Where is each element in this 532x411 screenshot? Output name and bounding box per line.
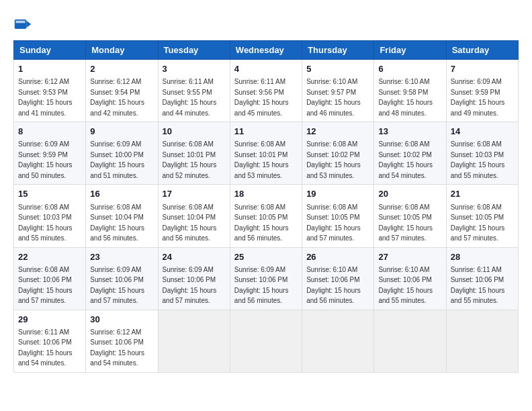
- weekday-header: Saturday: [446, 41, 518, 60]
- day-info: Sunrise: 6:10 AMSunset: 9:57 PMDaylight:…: [306, 78, 361, 117]
- day-info: Sunrise: 6:11 AMSunset: 10:06 PMDaylight…: [451, 266, 505, 305]
- day-number: 26: [306, 251, 369, 263]
- day-number: 16: [90, 188, 153, 200]
- calendar-cell: 15 Sunrise: 6:08 AMSunset: 10:03 PMDayli…: [14, 185, 86, 247]
- calendar-cell: [374, 310, 446, 372]
- day-number: 8: [18, 126, 81, 138]
- day-info: Sunrise: 6:11 AMSunset: 10:06 PMDaylight…: [18, 328, 73, 367]
- day-number: 30: [90, 314, 153, 326]
- day-number: 25: [234, 251, 298, 263]
- calendar-body: 1 Sunrise: 6:12 AMSunset: 9:53 PMDayligh…: [14, 60, 519, 373]
- day-info: Sunrise: 6:08 AMSunset: 10:06 PMDaylight…: [18, 266, 73, 305]
- day-number: 18: [234, 188, 298, 200]
- day-number: 13: [378, 126, 441, 138]
- calendar-header-row: SundayMondayTuesdayWednesdayThursdayFrid…: [14, 41, 519, 60]
- calendar-cell: 6 Sunrise: 6:10 AMSunset: 9:58 PMDayligh…: [374, 60, 446, 122]
- calendar-cell: 28 Sunrise: 6:11 AMSunset: 10:06 PMDayli…: [446, 247, 518, 310]
- day-info: Sunrise: 6:12 AMSunset: 10:06 PMDaylight…: [90, 328, 144, 367]
- day-info: Sunrise: 6:08 AMSunset: 10:02 PMDaylight…: [306, 140, 361, 179]
- calendar-week-row: 29 Sunrise: 6:11 AMSunset: 10:06 PMDayli…: [14, 310, 519, 372]
- logo-icon: [13, 15, 32, 34]
- day-number: 10: [163, 126, 226, 138]
- day-number: 6: [378, 63, 441, 75]
- day-info: Sunrise: 6:10 AMSunset: 9:58 PMDaylight:…: [378, 78, 433, 117]
- day-info: Sunrise: 6:08 AMSunset: 10:01 PMDaylight…: [234, 140, 289, 179]
- day-number: 12: [306, 126, 369, 138]
- calendar-cell: 25 Sunrise: 6:09 AMSunset: 10:06 PMDayli…: [230, 247, 302, 310]
- calendar-week-row: 22 Sunrise: 6:08 AMSunset: 10:06 PMDayli…: [14, 247, 519, 310]
- calendar-cell: 3 Sunrise: 6:11 AMSunset: 9:55 PMDayligh…: [158, 60, 230, 122]
- day-number: 27: [378, 251, 441, 263]
- calendar-cell: 5 Sunrise: 6:10 AMSunset: 9:57 PMDayligh…: [302, 60, 374, 122]
- calendar-cell: 12 Sunrise: 6:08 AMSunset: 10:02 PMDayli…: [302, 122, 374, 185]
- weekday-header: Wednesday: [230, 41, 302, 60]
- calendar-cell: 29 Sunrise: 6:11 AMSunset: 10:06 PMDayli…: [14, 310, 86, 372]
- day-info: Sunrise: 6:08 AMSunset: 10:05 PMDaylight…: [306, 203, 361, 242]
- logo: [13, 13, 35, 34]
- day-info: Sunrise: 6:08 AMSunset: 10:05 PMDaylight…: [234, 203, 289, 242]
- calendar-cell: 22 Sunrise: 6:08 AMSunset: 10:06 PMDayli…: [14, 247, 86, 310]
- weekday-header: Monday: [86, 41, 158, 60]
- calendar-table: SundayMondayTuesdayWednesdayThursdayFrid…: [13, 40, 519, 373]
- svg-rect-2: [16, 21, 26, 24]
- day-info: Sunrise: 6:09 AMSunset: 10:06 PMDaylight…: [163, 266, 217, 305]
- day-info: Sunrise: 6:08 AMSunset: 10:04 PMDaylight…: [163, 203, 217, 242]
- calendar-cell: 20 Sunrise: 6:08 AMSunset: 10:05 PMDayli…: [374, 185, 446, 247]
- calendar-week-row: 1 Sunrise: 6:12 AMSunset: 9:53 PMDayligh…: [14, 60, 519, 122]
- weekday-header: Thursday: [302, 41, 374, 60]
- calendar-cell: 7 Sunrise: 6:09 AMSunset: 9:59 PMDayligh…: [446, 60, 518, 122]
- calendar-cell: 8 Sunrise: 6:09 AMSunset: 9:59 PMDayligh…: [14, 122, 86, 185]
- day-number: 5: [306, 63, 369, 75]
- calendar-cell: 13 Sunrise: 6:08 AMSunset: 10:02 PMDayli…: [374, 122, 446, 185]
- day-number: 17: [163, 188, 226, 200]
- day-number: 9: [90, 126, 153, 138]
- day-number: 22: [18, 251, 81, 263]
- calendar-cell: 14 Sunrise: 6:08 AMSunset: 10:03 PMDayli…: [446, 122, 518, 185]
- day-number: 2: [90, 63, 153, 75]
- day-number: 4: [234, 63, 298, 75]
- day-info: Sunrise: 6:11 AMSunset: 9:55 PMDaylight:…: [163, 78, 217, 117]
- day-info: Sunrise: 6:08 AMSunset: 10:05 PMDaylight…: [378, 203, 433, 242]
- day-number: 3: [163, 63, 226, 75]
- day-info: Sunrise: 6:12 AMSunset: 9:54 PMDaylight:…: [90, 78, 144, 117]
- calendar-cell: 27 Sunrise: 6:10 AMSunset: 10:06 PMDayli…: [374, 247, 446, 310]
- day-info: Sunrise: 6:10 AMSunset: 10:06 PMDaylight…: [306, 266, 361, 305]
- calendar-cell: 18 Sunrise: 6:08 AMSunset: 10:05 PMDayli…: [230, 185, 302, 247]
- day-number: 28: [451, 251, 514, 263]
- weekday-header: Sunday: [14, 41, 86, 60]
- calendar-cell: 19 Sunrise: 6:08 AMSunset: 10:05 PMDayli…: [302, 185, 374, 247]
- day-info: Sunrise: 6:08 AMSunset: 10:05 PMDaylight…: [451, 203, 505, 242]
- day-info: Sunrise: 6:10 AMSunset: 10:06 PMDaylight…: [378, 266, 433, 305]
- weekday-header: Friday: [374, 41, 446, 60]
- day-number: 7: [451, 63, 514, 75]
- day-number: 21: [451, 188, 514, 200]
- calendar-cell: 17 Sunrise: 6:08 AMSunset: 10:04 PMDayli…: [158, 185, 230, 247]
- day-info: Sunrise: 6:12 AMSunset: 9:53 PMDaylight:…: [18, 78, 73, 117]
- calendar-cell: 11 Sunrise: 6:08 AMSunset: 10:01 PMDayli…: [230, 122, 302, 185]
- day-info: Sunrise: 6:09 AMSunset: 10:06 PMDaylight…: [90, 266, 144, 305]
- day-number: 24: [163, 251, 226, 263]
- day-info: Sunrise: 6:08 AMSunset: 10:03 PMDaylight…: [18, 203, 73, 242]
- page-header: [13, 13, 519, 34]
- day-number: 11: [234, 126, 298, 138]
- calendar-cell: 24 Sunrise: 6:09 AMSunset: 10:06 PMDayli…: [158, 247, 230, 310]
- day-info: Sunrise: 6:09 AMSunset: 10:00 PMDaylight…: [90, 140, 144, 179]
- calendar-week-row: 8 Sunrise: 6:09 AMSunset: 9:59 PMDayligh…: [14, 122, 519, 185]
- day-info: Sunrise: 6:08 AMSunset: 10:04 PMDaylight…: [90, 203, 144, 242]
- calendar-cell: 10 Sunrise: 6:08 AMSunset: 10:01 PMDayli…: [158, 122, 230, 185]
- day-number: 1: [18, 63, 81, 75]
- calendar-cell: 9 Sunrise: 6:09 AMSunset: 10:00 PMDaylig…: [86, 122, 158, 185]
- calendar-cell: 16 Sunrise: 6:08 AMSunset: 10:04 PMDayli…: [86, 185, 158, 247]
- calendar-cell: 26 Sunrise: 6:10 AMSunset: 10:06 PMDayli…: [302, 247, 374, 310]
- day-info: Sunrise: 6:11 AMSunset: 9:56 PMDaylight:…: [234, 78, 289, 117]
- day-info: Sunrise: 6:09 AMSunset: 9:59 PMDaylight:…: [451, 78, 505, 117]
- day-number: 14: [451, 126, 514, 138]
- calendar-cell: 21 Sunrise: 6:08 AMSunset: 10:05 PMDayli…: [446, 185, 518, 247]
- day-number: 29: [18, 314, 81, 326]
- day-number: 15: [18, 188, 81, 200]
- calendar-cell: 30 Sunrise: 6:12 AMSunset: 10:06 PMDayli…: [86, 310, 158, 372]
- calendar-cell: [446, 310, 518, 372]
- calendar-cell: 4 Sunrise: 6:11 AMSunset: 9:56 PMDayligh…: [230, 60, 302, 122]
- day-info: Sunrise: 6:09 AMSunset: 9:59 PMDaylight:…: [18, 140, 73, 179]
- calendar-cell: 2 Sunrise: 6:12 AMSunset: 9:54 PMDayligh…: [86, 60, 158, 122]
